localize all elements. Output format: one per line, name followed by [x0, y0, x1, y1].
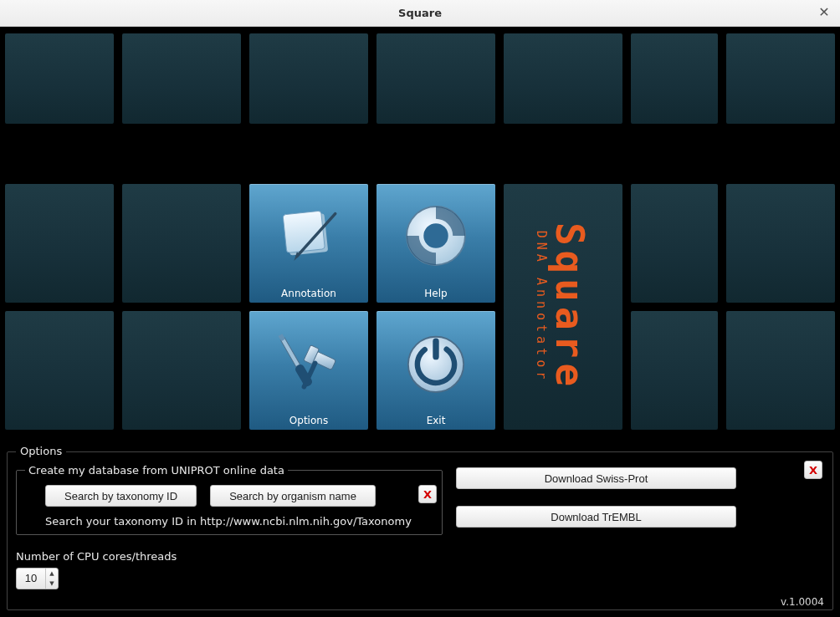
annotation-label: Annotation: [281, 288, 336, 299]
tile: [376, 33, 495, 124]
search-taxonomy-button[interactable]: Search by taxonomy ID: [45, 485, 197, 507]
exit-label: Exit: [427, 415, 446, 426]
tile: [249, 33, 368, 124]
help-button[interactable]: Help: [376, 184, 495, 303]
tools-icon: [270, 311, 347, 415]
svg-point-5: [423, 223, 448, 247]
tile: [5, 311, 114, 430]
tile: [5, 184, 114, 303]
taxonomy-hint: Search your taxonomy ID in http://www.nc…: [45, 515, 433, 528]
logo-subtitle: DNA Annotator: [534, 222, 549, 391]
window-close-button[interactable]: ✕: [817, 6, 832, 21]
threads-up-button[interactable]: ▲: [46, 569, 58, 579]
annotation-button[interactable]: Annotation: [249, 184, 368, 303]
annotation-icon: [272, 184, 346, 288]
threads-input[interactable]: [17, 569, 45, 589]
options-panel: Options X Create my database from UNIPRO…: [7, 451, 833, 610]
threads-down-button[interactable]: ▼: [46, 579, 58, 589]
tile: [122, 311, 241, 430]
logo-title: Square: [547, 222, 592, 391]
create-db-close-button[interactable]: X: [418, 485, 437, 503]
tile: [631, 311, 718, 430]
tile: [726, 33, 835, 124]
options-label: Options: [289, 415, 328, 426]
power-icon: [397, 311, 474, 415]
tile: [726, 184, 835, 303]
tile: [122, 33, 241, 124]
create-db-legend: Create my database from UNIPROT online d…: [25, 464, 288, 477]
options-button[interactable]: Options: [249, 311, 368, 430]
search-organism-button[interactable]: Search by organism name: [210, 485, 376, 507]
tile: [726, 311, 835, 430]
tile: [5, 33, 114, 124]
tile: [631, 33, 718, 124]
threads-label: Number of CPU cores/threads: [16, 550, 824, 563]
tile-grid: Annotation Help: [5, 33, 835, 430]
svg-rect-14: [433, 339, 438, 360]
help-label: Help: [424, 288, 447, 299]
threads-row: Number of CPU cores/threads ▲ ▼: [16, 550, 824, 589]
tile: [122, 184, 241, 303]
options-legend: Options: [16, 445, 66, 457]
titlebar: Square ✕: [0, 0, 840, 27]
version-label: v.1.0004: [781, 596, 824, 608]
download-trembl-button[interactable]: Download TrEMBL: [456, 506, 736, 528]
logo-tile: Square DNA Annotator: [504, 184, 622, 430]
download-swissprot-button[interactable]: Download Swiss-Prot: [456, 467, 736, 489]
svg-rect-9: [280, 338, 300, 367]
create-db-fieldset: Create my database from UNIPROT online d…: [16, 464, 443, 535]
options-close-button[interactable]: X: [804, 461, 822, 479]
tile: [504, 33, 622, 124]
threads-spinbox[interactable]: ▲ ▼: [16, 568, 59, 589]
window-title: Square: [398, 7, 442, 19]
exit-button[interactable]: Exit: [376, 311, 495, 430]
lifebuoy-icon: [397, 184, 474, 288]
tile: [631, 184, 718, 303]
main-content: Annotation Help: [0, 27, 840, 617]
download-column: Download Swiss-Prot Download TrEMBL: [456, 467, 736, 544]
